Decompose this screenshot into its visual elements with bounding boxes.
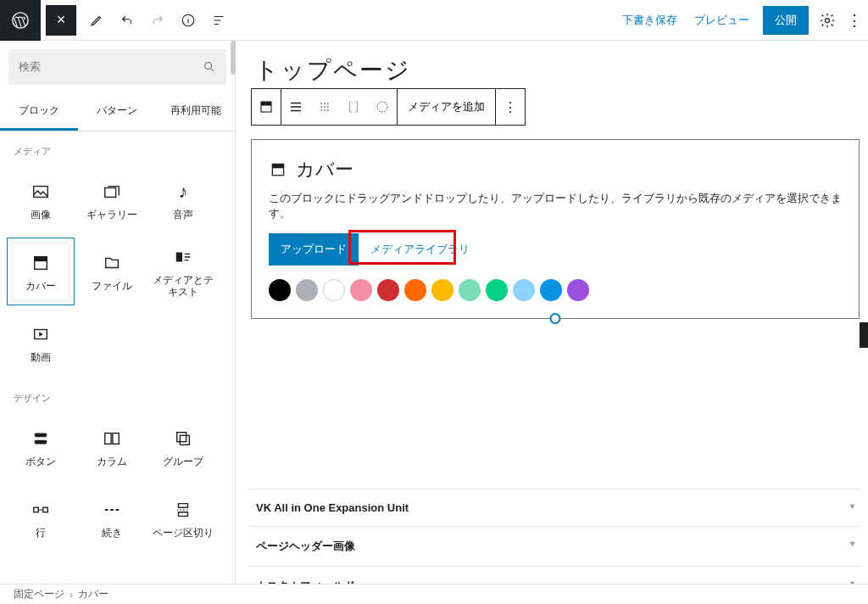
color-swatch[interactable] [486, 279, 508, 301]
cover-icon [269, 160, 287, 179]
tab-reusable[interactable]: 再利用可能 [157, 93, 235, 131]
audio-icon: ♪ [179, 180, 188, 204]
toolbar-position-icon[interactable] [310, 89, 339, 125]
publish-button[interactable]: 公開 [763, 6, 809, 35]
cover-block-title: カバー [296, 157, 353, 182]
toolbar-block-type-icon[interactable] [252, 89, 281, 125]
block-partial-1[interactable] [7, 556, 75, 584]
block-image[interactable]: 画像 [7, 166, 75, 234]
svg-rect-5 [105, 187, 116, 197]
block-gallery[interactable]: ギャラリー [78, 166, 146, 234]
svg-point-21 [324, 103, 326, 104]
svg-point-27 [324, 109, 326, 111]
panel-page-header-image[interactable]: ページヘッダー画像 [249, 526, 861, 566]
svg-point-26 [320, 109, 322, 111]
color-swatch[interactable] [404, 279, 426, 301]
svg-point-23 [320, 106, 322, 108]
row-icon [31, 498, 50, 522]
block-cover[interactable]: カバー [7, 238, 75, 305]
svg-rect-8 [176, 252, 182, 261]
upload-button[interactable]: アップロード [269, 233, 359, 266]
redo-icon [142, 0, 173, 41]
button-icon [31, 427, 50, 450]
color-swatch[interactable] [431, 279, 453, 301]
panel-custom-field[interactable]: カスタムフィールド [249, 566, 861, 584]
toolbar-add-media[interactable]: メディアを追加 [398, 89, 495, 125]
preview-link[interactable]: プレビュー [686, 13, 758, 28]
group-icon [174, 427, 192, 450]
edit-icon[interactable] [81, 0, 112, 41]
page-title[interactable]: トップページ [254, 54, 868, 87]
info-icon[interactable] [173, 0, 203, 41]
side-expand-handle[interactable] [860, 322, 868, 348]
section-design-label: デザイン [0, 378, 235, 411]
search-input[interactable]: 検索 [8, 49, 226, 85]
color-swatch[interactable] [459, 279, 481, 301]
save-draft-link[interactable]: 下書き保存 [614, 13, 686, 28]
color-swatch[interactable] [323, 279, 345, 301]
svg-rect-16 [34, 507, 39, 512]
panel-vk[interactable]: VK All in One Expansion Unit [249, 489, 861, 526]
svg-rect-19 [261, 102, 271, 106]
tab-patterns[interactable]: パターン [78, 93, 156, 131]
media-library-button[interactable]: メディアライブラリ [359, 233, 481, 266]
toolbar-fullheight-icon[interactable] [339, 89, 368, 125]
color-swatch[interactable] [269, 279, 291, 301]
breadcrumb-root[interactable]: 固定ページ [14, 587, 64, 601]
block-file[interactable]: ファイル [78, 238, 146, 305]
color-swatch[interactable] [377, 279, 399, 301]
video-icon [31, 322, 50, 346]
color-swatch[interactable] [296, 279, 318, 301]
undo-icon[interactable] [112, 0, 142, 41]
svg-rect-12 [105, 433, 111, 444]
cover-block-placeholder: カバー このブロックにドラッグアンドドロップしたり、アップロードしたり、ライブラ… [251, 139, 860, 319]
breadcrumb-current: カバー [78, 587, 108, 601]
block-inserter-sidebar: 検索 ブロック パターン 再利用可能 メディア 画像 ギャラリー ♪音声 カバー… [0, 41, 236, 584]
editor-canvas: トップページ メディアを追加 ⋮ カバー このブロックにドラッグアンドドロップし… [242, 41, 868, 584]
svg-rect-11 [35, 440, 47, 445]
block-partial-2[interactable] [78, 556, 146, 584]
svg-point-25 [327, 106, 329, 108]
more-menu-icon[interactable]: ⋮ [841, 0, 868, 41]
toolbar-more-icon[interactable]: ⋮ [496, 89, 525, 125]
color-swatch[interactable] [567, 279, 589, 301]
svg-rect-10 [35, 433, 47, 437]
block-pagebreak[interactable]: ページ区切り [149, 484, 217, 552]
media-text-icon [174, 245, 192, 269]
block-group[interactable]: グループ [149, 413, 217, 481]
outline-icon[interactable] [203, 0, 234, 41]
svg-point-2 [826, 18, 830, 22]
block-columns[interactable]: カラム [78, 413, 146, 481]
svg-point-3 [205, 63, 212, 70]
resize-handle[interactable] [550, 313, 561, 324]
block-audio[interactable]: ♪音声 [149, 166, 217, 234]
more-icon [103, 498, 121, 522]
svg-point-24 [324, 106, 326, 108]
search-placeholder: 検索 [19, 59, 203, 75]
inserter-tabs: ブロック パターン 再利用可能 [0, 93, 235, 131]
settings-icon[interactable] [814, 0, 841, 41]
svg-rect-17 [43, 507, 48, 512]
color-swatch[interactable] [513, 279, 535, 301]
color-swatch[interactable] [350, 279, 372, 301]
svg-point-22 [327, 103, 329, 104]
image-icon [31, 180, 50, 204]
svg-rect-15 [180, 435, 189, 445]
color-swatch[interactable] [540, 279, 562, 301]
wordpress-logo[interactable] [0, 0, 41, 41]
breadcrumb-footer: 固定ページ › カバー [0, 584, 868, 604]
block-row[interactable]: 行 [7, 484, 75, 552]
block-media-text[interactable]: メディアとテキスト [149, 238, 217, 305]
block-video[interactable]: 動画 [7, 309, 75, 377]
toolbar-align-icon[interactable] [281, 89, 310, 125]
toolbar-duotone-icon[interactable] [368, 89, 397, 125]
section-media-label: メディア [0, 131, 235, 165]
block-button[interactable]: ボタン [7, 413, 75, 481]
svg-rect-4 [34, 186, 48, 197]
block-more[interactable]: 続き [78, 484, 146, 552]
scrollbar[interactable] [231, 41, 236, 75]
tab-blocks[interactable]: ブロック [0, 93, 78, 131]
block-toolbar: メディアを追加 ⋮ [251, 88, 526, 126]
close-inserter-button[interactable]: × [46, 5, 76, 36]
svg-rect-14 [177, 432, 186, 441]
